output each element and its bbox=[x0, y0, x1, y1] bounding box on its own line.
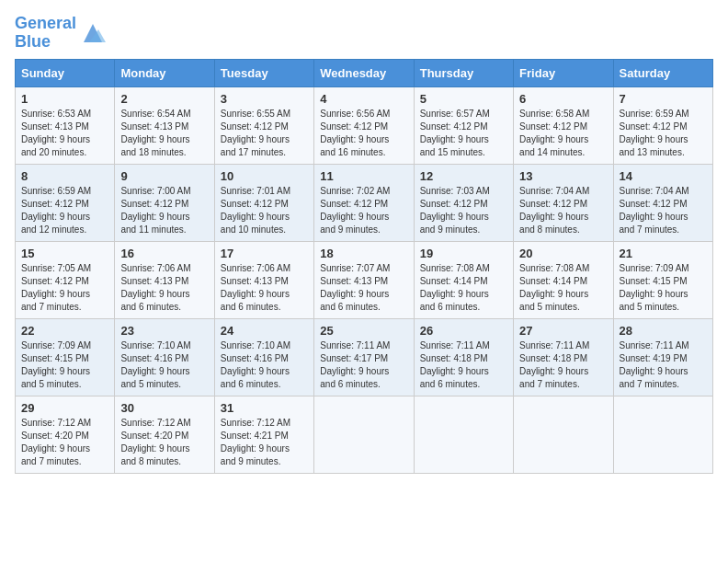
calendar-cell: 16Sunrise: 7:06 AM Sunset: 4:13 PM Dayli… bbox=[115, 241, 214, 318]
calendar-cell: 15Sunrise: 7:05 AM Sunset: 4:12 PM Dayli… bbox=[16, 241, 115, 318]
header-thursday: Thursday bbox=[414, 59, 513, 86]
day-number: 25 bbox=[320, 324, 407, 338]
cell-content: Sunrise: 7:04 AM Sunset: 4:12 PM Dayligh… bbox=[519, 185, 607, 236]
calendar-cell: 22Sunrise: 7:09 AM Sunset: 4:15 PM Dayli… bbox=[16, 318, 115, 396]
calendar-cell: 3Sunrise: 6:55 AM Sunset: 4:12 PM Daylig… bbox=[214, 86, 313, 164]
cell-content: Sunrise: 7:04 AM Sunset: 4:12 PM Dayligh… bbox=[620, 185, 707, 236]
calendar-cell: 11Sunrise: 7:02 AM Sunset: 4:12 PM Dayli… bbox=[314, 164, 414, 241]
week-row-2: 8Sunrise: 6:59 AM Sunset: 4:12 PM Daylig… bbox=[16, 164, 713, 241]
cell-content: Sunrise: 7:10 AM Sunset: 4:16 PM Dayligh… bbox=[221, 339, 308, 391]
day-number: 12 bbox=[420, 169, 507, 183]
calendar-cell: 8Sunrise: 6:59 AM Sunset: 4:12 PM Daylig… bbox=[16, 164, 115, 241]
cell-content: Sunrise: 7:00 AM Sunset: 4:12 PM Dayligh… bbox=[120, 185, 208, 236]
week-row-1: 1Sunrise: 6:53 AM Sunset: 4:13 PM Daylig… bbox=[16, 86, 713, 164]
cell-content: Sunrise: 7:07 AM Sunset: 4:13 PM Dayligh… bbox=[320, 262, 407, 314]
cell-content: Sunrise: 7:11 AM Sunset: 4:18 PM Dayligh… bbox=[519, 339, 607, 391]
calendar-cell bbox=[514, 396, 613, 473]
day-number: 28 bbox=[620, 324, 707, 338]
day-number: 4 bbox=[320, 92, 407, 106]
cell-content: Sunrise: 6:58 AM Sunset: 4:12 PM Dayligh… bbox=[519, 108, 607, 159]
cell-content: Sunrise: 6:59 AM Sunset: 4:12 PM Dayligh… bbox=[620, 108, 707, 159]
cell-content: Sunrise: 7:08 AM Sunset: 4:14 PM Dayligh… bbox=[519, 262, 607, 314]
calendar-cell: 6Sunrise: 6:58 AM Sunset: 4:12 PM Daylig… bbox=[514, 86, 613, 164]
calendar-cell: 7Sunrise: 6:59 AM Sunset: 4:12 PM Daylig… bbox=[613, 86, 712, 164]
day-number: 9 bbox=[120, 169, 208, 183]
day-number: 21 bbox=[620, 247, 707, 260]
calendar-table: SundayMondayTuesdayWednesdayThursdayFrid… bbox=[15, 59, 713, 474]
cell-content: Sunrise: 7:02 AM Sunset: 4:12 PM Dayligh… bbox=[320, 185, 407, 236]
calendar-cell: 19Sunrise: 7:08 AM Sunset: 4:14 PM Dayli… bbox=[414, 241, 513, 318]
logo-text: General bbox=[15, 15, 76, 33]
header-saturday: Saturday bbox=[613, 59, 712, 86]
header-monday: Monday bbox=[115, 59, 214, 86]
day-number: 30 bbox=[120, 401, 208, 415]
cell-content: Sunrise: 6:59 AM Sunset: 4:12 PM Dayligh… bbox=[21, 185, 108, 236]
day-number: 20 bbox=[519, 247, 607, 260]
cell-content: Sunrise: 6:54 AM Sunset: 4:13 PM Dayligh… bbox=[120, 108, 208, 159]
header-tuesday: Tuesday bbox=[214, 59, 313, 86]
calendar-cell: 14Sunrise: 7:04 AM Sunset: 4:12 PM Dayli… bbox=[613, 164, 712, 241]
week-row-5: 29Sunrise: 7:12 AM Sunset: 4:20 PM Dayli… bbox=[16, 396, 713, 473]
calendar-cell: 17Sunrise: 7:06 AM Sunset: 4:13 PM Dayli… bbox=[214, 241, 313, 318]
calendar-cell: 25Sunrise: 7:11 AM Sunset: 4:17 PM Dayli… bbox=[314, 318, 414, 396]
calendar-cell: 2Sunrise: 6:54 AM Sunset: 4:13 PM Daylig… bbox=[115, 86, 214, 164]
day-number: 6 bbox=[519, 92, 607, 106]
calendar-cell: 1Sunrise: 6:53 AM Sunset: 4:13 PM Daylig… bbox=[16, 86, 115, 164]
day-number: 16 bbox=[120, 247, 208, 260]
day-number: 18 bbox=[320, 247, 407, 260]
cell-content: Sunrise: 7:12 AM Sunset: 4:21 PM Dayligh… bbox=[221, 417, 308, 468]
calendar-cell: 10Sunrise: 7:01 AM Sunset: 4:12 PM Dayli… bbox=[214, 164, 313, 241]
cell-content: Sunrise: 7:01 AM Sunset: 4:12 PM Dayligh… bbox=[221, 185, 308, 236]
calendar-cell: 5Sunrise: 6:57 AM Sunset: 4:12 PM Daylig… bbox=[414, 86, 513, 164]
week-row-3: 15Sunrise: 7:05 AM Sunset: 4:12 PM Dayli… bbox=[16, 241, 713, 318]
day-number: 8 bbox=[21, 169, 108, 183]
cell-content: Sunrise: 7:10 AM Sunset: 4:16 PM Dayligh… bbox=[120, 339, 208, 391]
day-number: 13 bbox=[519, 169, 607, 183]
calendar-cell: 26Sunrise: 7:11 AM Sunset: 4:18 PM Dayli… bbox=[414, 318, 513, 396]
calendar-header-row: SundayMondayTuesdayWednesdayThursdayFrid… bbox=[16, 59, 713, 86]
day-number: 26 bbox=[420, 324, 507, 338]
cell-content: Sunrise: 7:09 AM Sunset: 4:15 PM Dayligh… bbox=[21, 339, 108, 391]
calendar-cell: 9Sunrise: 7:00 AM Sunset: 4:12 PM Daylig… bbox=[115, 164, 214, 241]
week-row-4: 22Sunrise: 7:09 AM Sunset: 4:15 PM Dayli… bbox=[16, 318, 713, 396]
day-number: 31 bbox=[221, 401, 308, 415]
cell-content: Sunrise: 7:06 AM Sunset: 4:13 PM Dayligh… bbox=[221, 262, 308, 314]
day-number: 27 bbox=[519, 324, 607, 338]
header-friday: Friday bbox=[514, 59, 613, 86]
cell-content: Sunrise: 6:53 AM Sunset: 4:13 PM Dayligh… bbox=[21, 108, 108, 159]
day-number: 15 bbox=[21, 247, 108, 260]
day-number: 14 bbox=[620, 169, 707, 183]
day-number: 1 bbox=[21, 92, 108, 106]
calendar-cell: 31Sunrise: 7:12 AM Sunset: 4:21 PM Dayli… bbox=[214, 396, 313, 473]
cell-content: Sunrise: 7:11 AM Sunset: 4:19 PM Dayligh… bbox=[620, 339, 707, 391]
page-header: General Blue bbox=[15, 15, 713, 52]
day-number: 10 bbox=[221, 169, 308, 183]
calendar-cell: 21Sunrise: 7:09 AM Sunset: 4:15 PM Dayli… bbox=[613, 241, 712, 318]
day-number: 29 bbox=[21, 401, 108, 415]
cell-content: Sunrise: 7:08 AM Sunset: 4:14 PM Dayligh… bbox=[420, 262, 507, 314]
day-number: 19 bbox=[420, 247, 507, 260]
calendar-cell: 27Sunrise: 7:11 AM Sunset: 4:18 PM Dayli… bbox=[514, 318, 613, 396]
day-number: 5 bbox=[420, 92, 507, 106]
cell-content: Sunrise: 7:11 AM Sunset: 4:18 PM Dayligh… bbox=[420, 339, 507, 391]
calendar-cell: 18Sunrise: 7:07 AM Sunset: 4:13 PM Dayli… bbox=[314, 241, 414, 318]
calendar-cell: 12Sunrise: 7:03 AM Sunset: 4:12 PM Dayli… bbox=[414, 164, 513, 241]
cell-content: Sunrise: 7:05 AM Sunset: 4:12 PM Dayligh… bbox=[21, 262, 108, 314]
calendar-cell: 13Sunrise: 7:04 AM Sunset: 4:12 PM Dayli… bbox=[514, 164, 613, 241]
day-number: 2 bbox=[120, 92, 208, 106]
calendar-cell: 29Sunrise: 7:12 AM Sunset: 4:20 PM Dayli… bbox=[16, 396, 115, 473]
logo-icon bbox=[80, 20, 106, 46]
cell-content: Sunrise: 7:12 AM Sunset: 4:20 PM Dayligh… bbox=[120, 417, 208, 468]
cell-content: Sunrise: 7:11 AM Sunset: 4:17 PM Dayligh… bbox=[320, 339, 407, 391]
day-number: 24 bbox=[221, 324, 308, 338]
day-number: 11 bbox=[320, 169, 407, 183]
day-number: 7 bbox=[620, 92, 707, 106]
logo: General Blue bbox=[15, 15, 106, 52]
cell-content: Sunrise: 6:55 AM Sunset: 4:12 PM Dayligh… bbox=[221, 108, 308, 159]
calendar-cell: 4Sunrise: 6:56 AM Sunset: 4:12 PM Daylig… bbox=[314, 86, 414, 164]
header-wednesday: Wednesday bbox=[314, 59, 414, 86]
calendar-cell: 23Sunrise: 7:10 AM Sunset: 4:16 PM Dayli… bbox=[115, 318, 214, 396]
day-number: 22 bbox=[21, 324, 108, 338]
cell-content: Sunrise: 7:09 AM Sunset: 4:15 PM Dayligh… bbox=[620, 262, 707, 314]
calendar-cell: 28Sunrise: 7:11 AM Sunset: 4:19 PM Dayli… bbox=[613, 318, 712, 396]
